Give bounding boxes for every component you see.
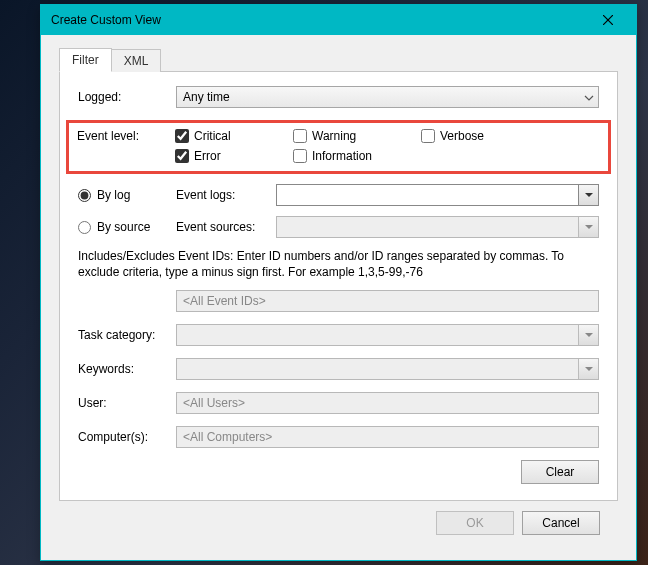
help-text: Includes/Excludes Event IDs: Enter ID nu… (78, 248, 599, 280)
cancel-button[interactable]: Cancel (522, 511, 600, 535)
event-level-label: Event level: (77, 129, 175, 169)
tab-filter[interactable]: Filter (59, 48, 112, 72)
task-category-label: Task category: (78, 328, 176, 342)
chevron-down-icon (578, 185, 598, 205)
checkbox-critical[interactable]: Critical (175, 129, 275, 143)
tab-xml[interactable]: XML (111, 49, 162, 72)
dialog-content: Filter XML Logged: Any time Event level: (41, 35, 636, 553)
checkbox-verbose[interactable]: Verbose (421, 129, 521, 143)
user-input[interactable]: <All Users> (176, 392, 599, 414)
task-category-dropdown[interactable] (176, 324, 599, 346)
logged-label: Logged: (78, 90, 176, 104)
keywords-label: Keywords: (78, 362, 176, 376)
svg-marker-2 (585, 193, 593, 197)
chevron-down-icon (584, 90, 594, 104)
event-sources-label: Event sources: (176, 220, 276, 234)
radio-by-log[interactable]: By log (78, 188, 176, 202)
close-icon[interactable] (588, 8, 628, 32)
event-logs-dropdown[interactable] (276, 184, 599, 206)
logged-value: Any time (183, 90, 230, 104)
chevron-down-icon (578, 325, 598, 345)
chevron-down-icon (578, 359, 598, 379)
computers-label: Computer(s): (78, 430, 176, 444)
titlebar[interactable]: Create Custom View (41, 5, 636, 35)
tab-panel-filter: Logged: Any time Event level: Criti (59, 71, 618, 501)
radio-by-source[interactable]: By source (78, 220, 176, 234)
svg-marker-5 (585, 367, 593, 371)
checkbox-information[interactable]: Information (293, 149, 403, 163)
chevron-down-icon (578, 217, 598, 237)
svg-marker-4 (585, 333, 593, 337)
logged-dropdown[interactable]: Any time (176, 86, 599, 108)
checkbox-error[interactable]: Error (175, 149, 275, 163)
dialog-buttons: OK Cancel (59, 501, 618, 539)
clear-button[interactable]: Clear (521, 460, 599, 484)
event-logs-label: Event logs: (176, 188, 276, 202)
create-custom-view-dialog: Create Custom View Filter XML Logged: An… (40, 4, 637, 561)
ok-button[interactable]: OK (436, 511, 514, 535)
tabstrip: Filter XML (59, 47, 618, 71)
checkbox-warning[interactable]: Warning (293, 129, 403, 143)
event-level-highlight: Event level: Critical Warning Verbose Er… (66, 120, 611, 174)
event-sources-dropdown[interactable] (276, 216, 599, 238)
svg-marker-3 (585, 225, 593, 229)
event-ids-input[interactable]: <All Event IDs> (176, 290, 599, 312)
computers-input[interactable]: <All Computers> (176, 426, 599, 448)
user-label: User: (78, 396, 176, 410)
keywords-dropdown[interactable] (176, 358, 599, 380)
window-title: Create Custom View (51, 13, 588, 27)
